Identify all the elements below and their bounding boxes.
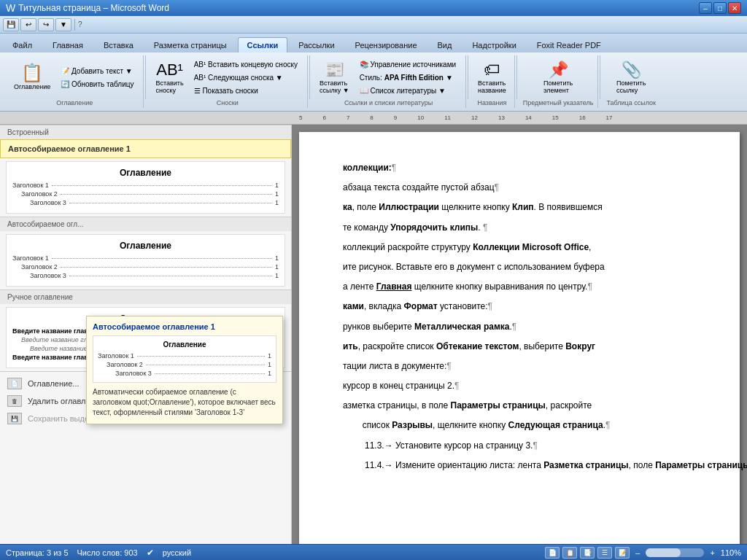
bibliography-button[interactable]: 📖 Список литературы ▼ (355, 85, 461, 97)
popup-preview: Оглавление Заголовок 1 1 Заголовок 2 1 З… (93, 335, 276, 383)
separator4 (516, 55, 517, 99)
entry-page: 1 (275, 263, 279, 271)
entry-text: Заголовок 3 (115, 370, 152, 377)
entry-page: 1 (275, 254, 279, 262)
show-footnotes-button[interactable]: ☰ Показать сноски (189, 85, 303, 97)
web-layout-btn[interactable]: 📑 (580, 547, 595, 559)
print-layout-btn[interactable]: 📄 (545, 547, 560, 559)
word-icon: W (6, 2, 15, 14)
entry-text: Заголовок 3 (30, 272, 66, 279)
entry-text: Заголовок 2 (21, 190, 58, 198)
zoom-level: 110% (721, 548, 741, 557)
insert-citation-button[interactable]: 📰 Вставитьссылку ▼ (316, 58, 353, 96)
zoom-slider[interactable] (646, 548, 704, 557)
dots (146, 365, 265, 365)
tab-foxit[interactable]: Foxit Reader PDF (527, 37, 611, 52)
para-3: ка, поле Иллюстрации щелкните кнопку Кли… (343, 201, 696, 214)
para-6: ите рисунок. Вставьте его в документ с и… (343, 260, 696, 274)
full-screen-btn[interactable]: 📋 (562, 547, 577, 559)
minimize-button[interactable]: – (699, 2, 712, 14)
entry-text: Заголовок 3 (30, 199, 66, 206)
close-button[interactable]: ✕ (728, 2, 741, 14)
group-footnotes-inner: AB¹ Вставитьсноску AB¹ Вставить концевую… (152, 57, 302, 98)
group-toc-label: Оглавление (56, 98, 93, 106)
style-selector[interactable]: Стиль: APA Fifth Edition ▼ (355, 71, 461, 84)
dots (52, 258, 272, 259)
add-text-button[interactable]: 📝 Добавить текст ▼ (55, 65, 139, 77)
mark-entry-button[interactable]: 📌 Пометитьэлемент (540, 58, 576, 96)
auto-toc-1-header[interactable]: Автособираемое оглавление 1 (0, 139, 291, 158)
dots (155, 373, 265, 374)
delete-toc-icon: 🗑 (7, 395, 22, 407)
tab-file[interactable]: Файл (3, 37, 42, 52)
mark-citation-icon: 📎 (622, 61, 641, 79)
insert-caption-button[interactable]: 🏷 Вставитьназвание (474, 58, 510, 96)
para-9: рунков выберите Металлическая рамка. (343, 320, 696, 334)
group-index: 📌 Пометитьэлемент Предметный указатель (519, 55, 599, 108)
restore-button[interactable]: □ (713, 2, 727, 14)
toc-dropdown-panel: Встроенный Автособираемое оглавление 1 О… (0, 125, 292, 544)
citations-small: 📚 Управление источниками Стиль: APA Fift… (355, 58, 461, 97)
separator5 (600, 55, 600, 99)
redo-button[interactable]: ↪ (38, 18, 54, 31)
para-7: а ленте Главная щелкните кнопку выравнив… (343, 280, 696, 294)
outline-btn[interactable]: ☰ (597, 547, 612, 559)
insert-caption-label: Вставитьназвание (478, 79, 506, 94)
para-13: азметка страницы, в поле Параметры стран… (343, 399, 696, 413)
spell-check-icon[interactable]: ✔ (147, 548, 154, 558)
zoom-out-btn[interactable]: – (635, 548, 640, 557)
status-bar: Страница: 3 из 5 Число слов: 903 ✔ русск… (0, 544, 747, 560)
insert-endnote-button[interactable]: AB¹ Вставить концевую сноску (189, 58, 303, 71)
status-right: 📄 📋 📑 ☰ 📝 – + 110% (545, 547, 741, 559)
customize-button[interactable]: ▼ (55, 18, 71, 31)
tab-mailings[interactable]: Рассылки (289, 37, 344, 52)
tab-home[interactable]: Главная (43, 37, 93, 52)
dots (61, 267, 272, 268)
toc-tooltip-popup: Автособираемое оглавление 1 Оглавление З… (86, 316, 283, 424)
group-citations-label: Ссылки и списки литературы (344, 98, 433, 106)
tab-review[interactable]: Рецензирование (346, 37, 427, 52)
tab-references[interactable]: Ссылки (238, 37, 288, 52)
insert-footnote-button[interactable]: AB¹ Вставитьсноску (152, 58, 187, 96)
zoom-in-btn[interactable]: + (710, 548, 714, 557)
entry-page: 1 (268, 352, 271, 359)
para-5: коллекций раскройте структуру Коллекции … (343, 241, 696, 254)
dots (61, 194, 272, 195)
auto-toc-2-section-label: Автособираемое огл... (0, 217, 291, 231)
next-footnote-button[interactable]: AB¹ Следующая сноска ▼ (189, 71, 303, 84)
entry-page: 1 (275, 190, 279, 198)
tab-page-layout[interactable]: Разметка страницы (144, 37, 236, 52)
document-area[interactable]: коллекции: абзаца текста создайте пустой… (292, 125, 747, 544)
draft-btn[interactable]: 📝 (615, 547, 630, 559)
help-button[interactable]: ? (78, 20, 82, 28)
group-index-label: Предметный указатель (523, 98, 594, 106)
auto-toc-2-preview[interactable]: Оглавление Заголовок 1 1 Заголовок 2 1 З… (6, 234, 285, 287)
group-toc-inner: 📋 Оглавление 📝 Добавить текст ▼ 🔄 Обнови… (10, 57, 139, 98)
mark-citation-label: Пометитьссылку (616, 79, 646, 94)
mark-entry-label: Пометитьэлемент (543, 79, 573, 94)
toc-button[interactable]: 📋 Оглавление (10, 62, 54, 93)
group-footnotes: AB¹ Вставитьсноску AB¹ Вставить концевую… (147, 55, 307, 108)
page-info: Страница: 3 из 5 (6, 548, 69, 557)
toc-settings-label: Оглавление... (28, 379, 80, 388)
popup-preview-title: Оглавление (98, 341, 271, 349)
tab-view[interactable]: Вид (428, 37, 462, 52)
main-area: Встроенный Автособираемое оглавление 1 О… (0, 125, 747, 544)
update-table-button[interactable]: 🔄 Обновить таблицу (55, 78, 139, 90)
ribbon: Файл Главная Вставка Разметка страницы С… (0, 34, 747, 112)
ribbon-content: 📋 Оглавление 📝 Добавить текст ▼ 🔄 Обнови… (0, 52, 747, 111)
undo-button[interactable]: ↩ (20, 18, 36, 31)
language: русский (163, 548, 191, 557)
manage-sources-button[interactable]: 📚 Управление источниками (355, 58, 461, 71)
citation-icon: 📰 (325, 61, 344, 79)
save-button[interactable]: 💾 (3, 18, 19, 31)
auto-toc-1-preview[interactable]: Оглавление Заголовок 1 1 Заголовок 2 1 З… (6, 161, 285, 214)
tab-addins[interactable]: Надстройки (462, 37, 525, 52)
para-2: абзаца текста создайте пустой абзац (343, 181, 696, 195)
mark-entry-icon: 📌 (549, 61, 568, 79)
mark-citation-button[interactable]: 📎 Пометитьссылку (613, 58, 649, 96)
group-index-inner: 📌 Пометитьэлемент (540, 57, 576, 98)
para-4: те команду Упорядочить клипы. (343, 221, 696, 235)
auto-toc-2-title: Оглавление (12, 241, 279, 251)
tab-insert[interactable]: Вставка (94, 37, 143, 52)
